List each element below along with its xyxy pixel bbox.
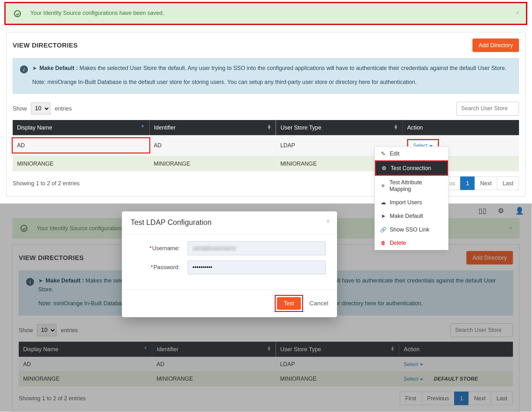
success-alert: Your Identity Source configurations have… xyxy=(6,3,526,23)
close-icon[interactable]: × xyxy=(326,217,330,225)
menu-edit[interactable]: ✎Edit xyxy=(375,147,448,161)
close-icon[interactable]: × xyxy=(516,9,519,16)
col-display-name[interactable]: Display Name▲ xyxy=(13,120,149,135)
alert-text: Your Identity Source configurations have… xyxy=(30,10,164,16)
test-ldap-modal: Test LDAP Configuration × *Username: *Pa… xyxy=(122,211,337,317)
pointer-icon: ➤ xyxy=(380,213,386,219)
menu-make-default[interactable]: ➤Make Default xyxy=(375,209,448,223)
add-directory-button[interactable]: Add Directory xyxy=(472,38,519,52)
menu-delete[interactable]: 🗑Delete xyxy=(375,236,448,250)
cancel-button[interactable]: Cancel xyxy=(309,300,328,307)
menu-test-attribute-mapping[interactable]: ≡Test Attribute Mapping xyxy=(375,176,448,196)
showing-text: Showing 1 to 2 of 2 entries xyxy=(13,180,80,187)
test-button[interactable]: Test xyxy=(277,297,301,310)
col-identifier[interactable]: Identifier▲▼ xyxy=(149,120,276,135)
page-1[interactable]: 1 xyxy=(460,176,475,190)
page-title: VIEW DIRECTORIES xyxy=(13,41,78,49)
trash-icon: 🗑 xyxy=(380,240,386,246)
pagination: us 1 Next Last xyxy=(444,176,519,190)
col-action: Action xyxy=(402,120,519,135)
menu-show-sso-link[interactable]: 🔗Show SSO Link xyxy=(375,223,448,236)
page-next[interactable]: Next xyxy=(474,176,497,190)
modal-title: Test LDAP Configuration xyxy=(131,218,212,226)
link-icon: 🔗 xyxy=(380,226,386,232)
menu-import-users[interactable]: ☁Import Users xyxy=(375,196,448,209)
pointer-icon: ➤ xyxy=(32,65,37,71)
password-field[interactable] xyxy=(188,261,326,275)
show-label: Show xyxy=(13,105,27,112)
search-input[interactable] xyxy=(456,102,519,116)
entries-label: entries xyxy=(55,105,72,112)
info-notice: i ➤ Make Default : Makes the selected Us… xyxy=(13,58,519,94)
info-icon: i xyxy=(20,65,28,73)
notice-bold: Make Default : xyxy=(40,64,78,71)
notice-line2: Note: miniOrange In-Built Database is th… xyxy=(32,79,417,85)
username-field[interactable] xyxy=(188,241,326,255)
cloud-upload-icon: ☁ xyxy=(380,200,386,206)
action-dropdown: ✎Edit ⚙Test Connection ≡Test Attribute M… xyxy=(375,147,449,250)
check-circle-icon xyxy=(14,10,21,17)
col-user-store-type[interactable]: User Store Type▲▼ xyxy=(276,120,402,135)
edit-icon: ✎ xyxy=(380,151,386,157)
password-label: *Password: xyxy=(133,264,188,271)
page-size-select[interactable]: 10 xyxy=(31,102,51,115)
menu-test-connection[interactable]: ⚙Test Connection xyxy=(376,161,447,175)
sliders-icon: ≡ xyxy=(380,183,386,189)
notice-line1: Makes the selected User Store the defaul… xyxy=(79,64,506,71)
username-label: *Username: xyxy=(133,245,188,252)
gears-icon: ⚙ xyxy=(381,165,387,171)
page-last[interactable]: Last xyxy=(497,176,519,190)
